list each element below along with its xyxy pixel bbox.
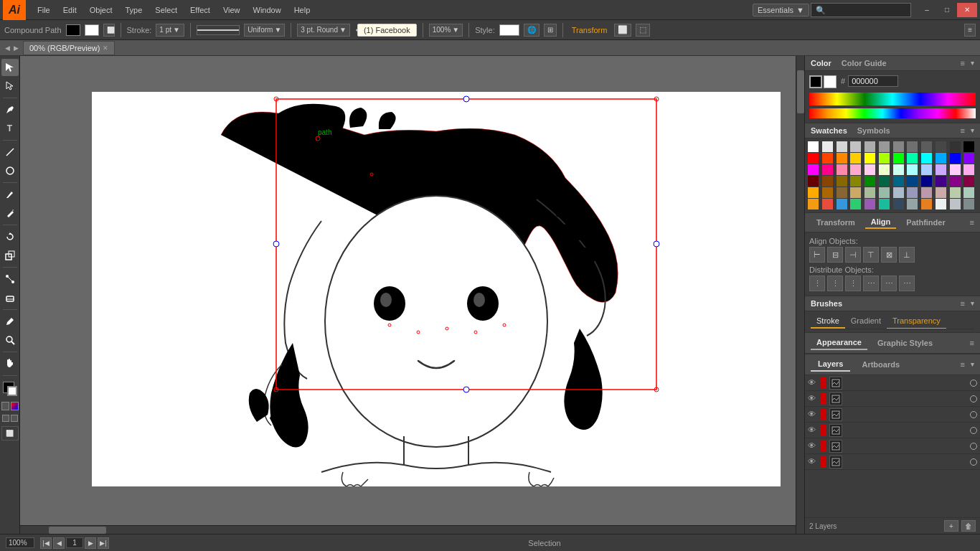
swatch-cell[interactable]	[921, 164, 932, 175]
swatch-cell[interactable]	[837, 141, 847, 152]
swatch-cell[interactable]	[808, 199, 819, 209]
align-center-h-btn[interactable]: ⊟	[827, 247, 843, 263]
dist-left-btn[interactable]: ⋮	[809, 276, 825, 291]
zoom-input[interactable]	[6, 537, 34, 548]
gradient-color-btn[interactable]	[11, 402, 19, 410]
swatch-cell[interactable]	[907, 141, 918, 152]
full-screen-btn[interactable]	[11, 415, 18, 422]
swatch-cell[interactable]	[864, 199, 875, 209]
normal-mode-btn[interactable]	[2, 415, 9, 422]
swatch-cell[interactable]	[936, 176, 946, 187]
color-spectrum[interactable]	[809, 93, 976, 105]
gradient-tab[interactable]: Gradient	[845, 314, 887, 329]
fill-swatch-option[interactable]	[66, 24, 80, 36]
delete-layer-btn[interactable]: 🗑	[961, 520, 976, 532]
layer-target[interactable]	[970, 411, 977, 418]
color-panel-collapse[interactable]: ▾	[971, 60, 974, 67]
swatch-cell[interactable]	[822, 176, 833, 187]
line-segment-tool[interactable]	[1, 143, 19, 161]
artboard-btn[interactable]: ⬜	[1, 426, 19, 441]
swatch-cell[interactable]	[893, 187, 904, 198]
swatch-cell[interactable]	[879, 176, 890, 187]
close-button[interactable]: ✕	[957, 3, 977, 17]
swatch-cell[interactable]	[808, 164, 819, 175]
swatch-cell[interactable]	[893, 164, 904, 175]
rotate-tool[interactable]	[1, 228, 19, 245]
align-center-v-btn[interactable]: ⊠	[881, 247, 897, 263]
transparency-tab[interactable]: Transparency	[887, 314, 946, 329]
menu-object[interactable]: Object	[84, 4, 118, 16]
tab-back-btn[interactable]: ◀	[3, 44, 11, 52]
swatch-cell[interactable]	[893, 199, 904, 209]
swatch-cell[interactable]	[837, 199, 847, 209]
eraser-tool[interactable]	[1, 289, 19, 306]
canvas-hscrollbar[interactable]	[20, 525, 796, 534]
minimize-button[interactable]: –	[917, 3, 937, 17]
swatch-cell[interactable]	[963, 176, 974, 187]
swatch-cell[interactable]	[822, 187, 833, 198]
swatch-cell[interactable]	[864, 164, 875, 175]
swatch-cell[interactable]	[921, 187, 932, 198]
align-right-btn[interactable]: ⊣	[845, 247, 861, 263]
new-layer-btn[interactable]: +	[944, 520, 958, 532]
layers-panel-options[interactable]: ≡	[961, 360, 965, 369]
align-icon-btn[interactable]: ⬜	[614, 24, 631, 37]
swatch-cell[interactable]	[850, 187, 861, 198]
stroke-weight-dropdown[interactable]: 1 pt▼	[156, 24, 184, 37]
swatch-cell[interactable]	[907, 164, 918, 175]
swatch-cell[interactable]	[879, 141, 890, 152]
zoom-tool[interactable]	[1, 331, 19, 349]
swatch-cell[interactable]	[822, 153, 833, 164]
menu-effect[interactable]: Effect	[184, 4, 216, 16]
swatch-cell[interactable]	[808, 187, 819, 198]
swatch-cell[interactable]	[963, 187, 974, 198]
menu-type[interactable]: Type	[120, 4, 149, 16]
menu-help[interactable]: Help	[288, 4, 316, 16]
round-cap-dropdown[interactable]: 3 pt. Round▼	[297, 24, 350, 37]
menu-window[interactable]: Window	[248, 4, 287, 16]
swatch-cell[interactable]	[879, 187, 890, 198]
swatch-cell[interactable]	[950, 153, 961, 164]
appearance-panel-options[interactable]: ≡	[970, 339, 974, 347]
selection-tool[interactable]	[1, 59, 19, 76]
swatch-cell[interactable]	[936, 153, 946, 164]
document-tab[interactable]: 00% (RGB/Preview) ✕	[23, 41, 115, 55]
swatch-cell[interactable]	[921, 199, 932, 209]
swatch-cell[interactable]	[879, 199, 890, 209]
layers-tab[interactable]: Layers	[811, 357, 850, 372]
swatch-cell[interactable]	[950, 199, 961, 209]
dist-center-v-btn[interactable]: ⋯	[881, 276, 897, 291]
menu-select[interactable]: Select	[149, 4, 183, 16]
swatch-cell[interactable]	[808, 141, 819, 152]
swatch-cell[interactable]	[837, 176, 847, 187]
align-left-btn[interactable]: ⊢	[809, 247, 825, 263]
swatch-cell[interactable]	[963, 199, 974, 209]
direct-selection-tool[interactable]	[1, 77, 19, 95]
swatch-cell[interactable]	[808, 153, 819, 164]
eyedropper-tool[interactable]	[1, 313, 19, 330]
swatch-cell[interactable]	[850, 141, 861, 152]
zoom-dropdown[interactable]: 100%▼	[429, 24, 463, 37]
hex-input[interactable]	[848, 75, 898, 87]
menu-file[interactable]: File	[32, 4, 56, 16]
swatch-cell[interactable]	[837, 187, 847, 198]
swatch-cell[interactable]	[950, 176, 961, 187]
layer-target[interactable]	[970, 443, 977, 450]
stroke-mode-btn[interactable]: ⬜	[103, 24, 115, 37]
transform-btn[interactable]: Transform	[569, 24, 611, 36]
prev-page-btn[interactable]: ◀	[53, 537, 65, 549]
none-color-btn[interactable]	[1, 402, 9, 410]
swatch-cell[interactable]	[850, 153, 861, 164]
first-page-btn[interactable]: |◀	[40, 537, 52, 549]
vscrollbar-thumb[interactable]	[797, 70, 804, 113]
brushes-panel-options[interactable]: ≡	[961, 299, 965, 308]
swatch-cell[interactable]	[837, 153, 847, 164]
swatch-cell[interactable]	[893, 176, 904, 187]
swatch-cell[interactable]	[963, 164, 974, 175]
swatch-cell[interactable]	[921, 176, 932, 187]
swatch-cell[interactable]	[822, 199, 833, 209]
swatch-cell[interactable]	[950, 141, 961, 152]
dist-center-h-btn[interactable]: ⋮	[827, 276, 843, 291]
dist-bottom-btn[interactable]: ⋯	[899, 276, 915, 291]
align-bottom-btn[interactable]: ⊥	[899, 247, 915, 263]
